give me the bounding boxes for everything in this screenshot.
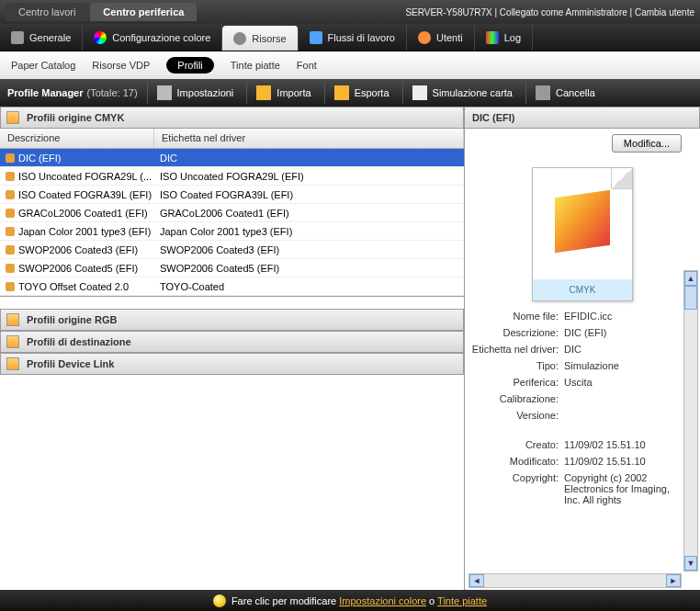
subnav-vdp-resources[interactable]: Risorse VDP [92,60,150,71]
label-version: Versione: [469,410,564,421]
label-calibration: Calibrazione: [469,393,564,404]
hint-text-mid: o [426,595,437,606]
lock-icon [6,282,15,291]
delete-button[interactable]: Cancella [525,82,604,104]
tab-device-center[interactable]: Centro periferica [90,3,197,21]
hint-bar: Fare clic per modificare Impostazioni co… [0,590,700,611]
column-description[interactable]: Descrizione [0,129,154,148]
main-nav: Generale Configurazione colore Risorse F… [0,24,700,51]
scrollbar-thumb[interactable] [684,286,697,310]
nav-resources[interactable]: Risorse [222,26,298,51]
scroll-right-icon[interactable]: ► [666,574,681,587]
gear-icon [11,31,24,44]
nav-workflows[interactable]: Flussi di lavoro [299,24,407,51]
table-row[interactable]: SWOP2006 Coated3 (EFI)SWOP2006 Coated3 (… [0,241,464,259]
sub-nav: Paper Catalog Risorse VDP Profili Tinte … [0,51,700,79]
lock-icon [6,172,15,181]
wrench-icon [157,85,172,100]
value-calibration [564,393,680,404]
lock-icon [6,245,15,255]
label-driver-tag: Etichetta nel driver: [469,344,564,355]
folder-import-icon [256,85,271,100]
profile-list-panel: Profili origine CMYK Descrizione Etichet… [0,107,465,590]
section-cmyk-source[interactable]: Profili origine CMYK [0,107,464,129]
export-button[interactable]: Esporta [324,82,399,104]
value-filename: EFIDIC.icc [564,311,680,322]
scroll-up-icon[interactable]: ▲ [684,271,697,286]
connection-status: SERVER-Y58U7R7X | Collegato come Amminis… [405,7,694,17]
flow-icon [310,31,322,44]
settings-button[interactable]: Impostazioni [147,82,243,104]
value-type: Simulazione [564,360,680,371]
nav-log[interactable]: Log [475,24,533,51]
gamut-cube-icon [555,190,610,253]
row-description: TOYO Offset Coated 2.0 [18,281,129,292]
table-row[interactable]: GRACoL2006 Coated1 (EFI)GRACoL2006 Coate… [0,204,464,222]
profile-group-icon [6,357,19,370]
row-description: SWOP2006 Coated3 (EFI) [18,244,138,255]
hint-text: Fare clic per modificare [231,595,339,606]
lock-icon [6,190,15,199]
detail-header: DIC (EFI) [465,107,700,129]
color-wheel-icon [94,31,107,44]
row-driver-label: Japan Color 2001 type3 (EFI) [154,226,464,237]
table-row[interactable]: SWOP2006 Coated5 (EFI)SWOP2006 Coated5 (… [0,259,464,277]
section-destination[interactable]: Profili di destinazione [0,331,464,353]
row-driver-label: TOYO-Coated [154,281,464,292]
table-row[interactable]: Japan Color 2001 type3 (EFI)Japan Color … [0,222,464,241]
user-icon [418,31,431,44]
row-driver-label: ISO Coated FOGRA39L (EFI) [154,189,464,200]
trash-icon [536,85,550,100]
vertical-scrollbar[interactable]: ▲ ▼ [683,270,698,571]
row-description: SWOP2006 Coated5 (EFI) [18,263,138,274]
table-row[interactable]: ISO Uncoated FOGRA29L (...ISO Uncoated F… [0,167,464,186]
value-description: DIC (EFI) [564,327,680,338]
profile-detail-panel: DIC (EFI) Modifica... CMYK Nome file:EFI… [465,107,700,590]
import-button[interactable]: Importa [246,82,320,104]
nav-users[interactable]: Utenti [407,24,475,51]
profile-group-icon [6,313,19,326]
label-description: Descrizione: [469,327,564,338]
toolbar-count: (Totale: 17) [87,87,138,98]
lock-icon [6,227,15,236]
link-color-settings[interactable]: Impostazioni colore [339,595,426,606]
toolbar: Profile Manager (Totale: 17) Impostazion… [0,79,700,107]
table-row[interactable]: ISO Coated FOGRA39L (EFI)ISO Coated FOGR… [0,186,464,204]
scroll-left-icon[interactable]: ◄ [469,574,484,587]
page-icon [412,85,427,100]
column-driver-label[interactable]: Etichetta nel driver [154,129,464,148]
value-version [564,410,680,421]
nav-general[interactable]: Generale [0,24,83,51]
grid-header: Descrizione Etichetta nel driver [0,129,464,149]
link-spot-colors[interactable]: Tinte piatte [437,595,487,606]
subnav-profiles[interactable]: Profili [166,57,214,74]
toolbar-title: Profile Manager [7,87,84,98]
subnav-fonts[interactable]: Font [297,60,317,71]
nav-color-config[interactable]: Configurazione colore [83,24,222,51]
row-driver-label: SWOP2006 Coated5 (EFI) [154,263,464,274]
label-modified: Modificato: [469,456,564,467]
value-modified: 11/09/02 15.51.10 [564,456,680,467]
folder-export-icon [334,85,349,100]
profile-rows: DIC (EFI)DICISO Uncoated FOGRA29L (...IS… [0,149,464,296]
label-device: Periferica: [469,377,564,388]
row-driver-label: ISO Uncoated FOGRA29L (EFI) [154,171,464,182]
value-device: Uscita [564,377,680,388]
section-rgb-source[interactable]: Profili origine RGB [0,309,464,331]
title-bar: Centro lavori Centro periferica SERVER-Y… [0,0,700,24]
scroll-down-icon[interactable]: ▼ [684,556,697,571]
row-description: DIC (EFI) [18,153,61,164]
subnav-paper-catalog[interactable]: Paper Catalog [11,60,75,71]
table-row[interactable]: DIC (EFI)DIC [0,149,464,167]
label-type: Tipo: [469,360,564,371]
row-driver-label: GRACoL2006 Coated1 (EFI) [154,208,464,219]
profile-thumbnail: CMYK [532,167,633,301]
paper-sim-button[interactable]: Simulazione carta [402,82,522,104]
section-device-link[interactable]: Profili Device Link [0,353,464,375]
horizontal-scrollbar[interactable]: ◄ ► [469,573,682,588]
subnav-spot-colors[interactable]: Tinte piatte [231,60,280,71]
modify-button[interactable]: Modifica... [612,134,682,153]
tab-job-center[interactable]: Centro lavori [6,3,88,21]
table-row[interactable]: TOYO Offset Coated 2.0TOYO-Coated [0,277,464,296]
row-driver-label: DIC [154,153,464,164]
